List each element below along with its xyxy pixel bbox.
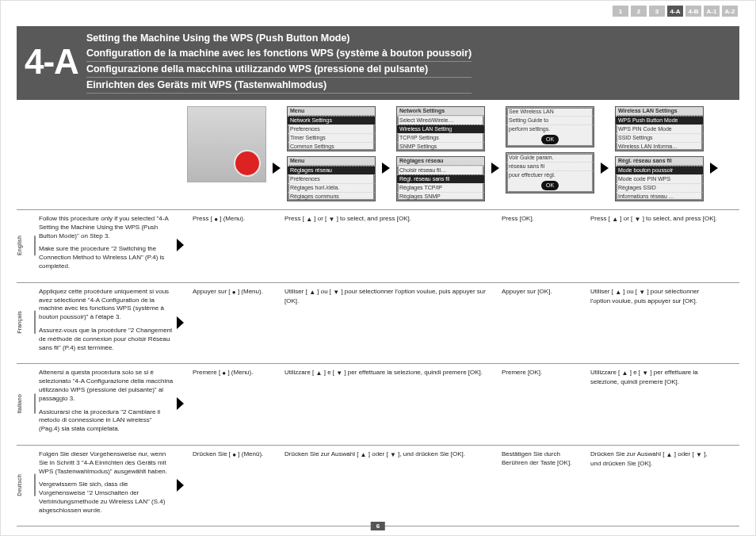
down-arrow-icon: ▼ <box>336 369 342 378</box>
col-press-ok: Appuyer sur [OK]. <box>502 288 587 297</box>
col-select-updown-2: Utiliser [ ▲ ] ou [ ▼ ] pour sélectionne… <box>590 288 717 306</box>
lcd-guide-fr: Voir Guide param. réseau sans fil pour e… <box>506 152 594 193</box>
page-nav-item[interactable]: 1 <box>613 6 628 17</box>
col-select-updown: Utilizzare [ ▲ ] e [ ▼ ] per effettuare … <box>284 369 498 378</box>
lcd-row: Régl. réseau sans fil <box>397 174 484 183</box>
page-nav-item[interactable]: 2 <box>631 6 647 17</box>
col-select-updown: Drücken Sie zur Auswahl [ ▲ ] oder [ ▼ ]… <box>284 450 498 460</box>
lang-tab: Italiano <box>17 394 36 414</box>
lcd-net-fr: Réglages réseau Choisir réseau fil… Régl… <box>396 156 485 201</box>
device-illustration <box>187 106 266 182</box>
lcd-row: réseau sans fil <box>506 162 594 170</box>
lcd-row: perform settings. <box>506 124 594 133</box>
col-press-menu: Drücken Sie [ ● ] (Menü). <box>193 450 281 460</box>
up-arrow-icon: ▲ <box>612 216 618 224</box>
lcd-row: Choisir réseau fil… <box>397 166 484 174</box>
col-press-ok: Bestätigen Sie durch Berühren der Taste … <box>502 450 587 468</box>
title-it: Configurazione della macchina utilizzand… <box>86 62 472 78</box>
lcd-row: Preferences <box>288 124 375 133</box>
page-nav: 1 2 3 4-A 4-B A-1 A-2 <box>613 6 738 17</box>
lcd-caption: Menu <box>288 157 375 166</box>
col-precondition: Attenersi a questa procedura solo se si … <box>39 369 174 438</box>
lcd-row: SSID Settings <box>616 133 703 142</box>
lcd-caption: Network Settings <box>397 107 484 116</box>
col-press-menu: Appuyer sur [ ● ] (Menu). <box>193 288 281 297</box>
up-arrow-icon: ▲ <box>309 289 315 297</box>
lcd-caption: Menu <box>288 107 375 116</box>
row-francais: Français Appliquez cette procédure uniqu… <box>17 283 739 365</box>
lcd-row: Voir Guide param. <box>506 153 594 162</box>
page-nav-item[interactable]: A-1 <box>704 6 720 17</box>
lcd-row: See Wireless LAN <box>506 107 594 116</box>
lcd-row: Réglages réseau <box>288 166 375 174</box>
col-press-ok: Press [OK]. <box>502 215 587 224</box>
lcd-row: Réglages SSID <box>616 183 703 192</box>
down-arrow-icon: ▼ <box>642 369 648 378</box>
up-arrow-icon: ▲ <box>666 451 673 460</box>
arrow-icon <box>601 163 609 174</box>
down-arrow-icon: ▼ <box>696 451 702 460</box>
col-precondition: Follow this procedure only if you select… <box>39 215 174 276</box>
lcd-caption: Réglages réseau <box>397 157 484 166</box>
page-nav-item[interactable]: 4-B <box>685 6 701 17</box>
section-title-bar: 4-A Setting the Machine Using the WPS (P… <box>17 26 739 100</box>
lcd-row: Wireless LAN Informa… <box>616 142 703 151</box>
lcd-row: Réglages TCP/IP <box>397 183 484 192</box>
lang-tab: English <box>17 235 36 255</box>
lang-tab: Deutsch <box>17 474 36 496</box>
arrow-icon <box>382 163 390 174</box>
up-arrow-icon: ▲ <box>306 216 312 224</box>
lcd-row: Select Wired/Wirele… <box>397 116 484 124</box>
ok-button-icon: OK <box>541 181 559 190</box>
arrow-icon <box>491 163 499 174</box>
row-english: English Follow this procedure only if yo… <box>17 210 739 283</box>
lcd-row: Network Settings <box>288 116 375 124</box>
lcd-menu-fr: Menu Réglages réseau Préférences Réglage… <box>287 156 376 201</box>
lcd-row: Common Settings <box>288 142 375 151</box>
lcd-guide-en: See Wireless LAN Setting Guide to perfor… <box>506 106 594 147</box>
col-select-updown-2: Utilizzare [ ▲ ] e [ ▼ ] per effettuare … <box>590 369 717 387</box>
lcd-menu-en: Menu Network Settings Preferences Timer … <box>287 106 376 151</box>
page-nav-item-active[interactable]: 4-A <box>667 6 683 17</box>
arrow-icon <box>177 239 184 251</box>
lcd-row: Mode code PIN WPS <box>616 174 703 183</box>
lcd-wlan-en: Wireless LAN Settings WPS Push Button Mo… <box>615 106 704 151</box>
col-select-updown: Utiliser [ ▲ ] ou [ ▼ ] pour sélectionne… <box>284 288 498 306</box>
lcd-row: Réglages communs <box>288 192 375 201</box>
down-arrow-icon: ▼ <box>333 289 339 297</box>
lcd-row: Réglages horl./déla. <box>288 183 375 192</box>
lcd-row: Timer Settings <box>288 133 375 142</box>
lcd-row: Préférences <box>288 174 375 183</box>
ok-button-icon: OK <box>541 135 559 144</box>
manual-page: 1 2 3 4-A 4-B A-1 A-2 4-A Setting the Ma… <box>0 0 756 536</box>
lcd-row: Mode bouton poussoir <box>616 166 703 174</box>
lcd-row: Wireless LAN Setting <box>397 124 484 133</box>
up-arrow-icon: ▲ <box>615 289 621 297</box>
lcd-net-en: Network Settings Select Wired/Wirele… Wi… <box>396 106 485 151</box>
lcd-row: WPS PIN Code Mode <box>616 124 703 133</box>
lcd-wlan-fr: Régl. réseau sans fil Mode bouton pousso… <box>615 156 704 201</box>
arrow-icon <box>177 397 184 410</box>
page-nav-item[interactable]: A-2 <box>722 6 738 17</box>
down-arrow-icon: ▼ <box>390 451 396 460</box>
lcd-row: WPS Push Button Mode <box>616 116 703 124</box>
lcd-row: SNMP Settings <box>397 142 484 151</box>
arrow-icon <box>177 316 184 329</box>
lcd-row: TCP/IP Settings <box>397 133 484 142</box>
col-select-updown: Press [ ▲ ] or [ ▼ ] to select, and pres… <box>284 215 498 224</box>
col-select-updown-2: Drücken Sie zur Auswahl [ ▲ ] oder [ ▼ ]… <box>590 450 717 469</box>
down-arrow-icon: ▼ <box>639 289 645 297</box>
section-label: 4-A <box>25 44 78 79</box>
screens-row: Menu Network Settings Preferences Timer … <box>17 106 739 201</box>
col-press-ok: Premere [OK]. <box>502 369 587 377</box>
instruction-grid: English Follow this procedure only if yo… <box>17 209 739 527</box>
arrow-icon <box>710 163 718 174</box>
lcd-caption: Wireless LAN Settings <box>616 107 703 116</box>
lcd-row: pour effectuer régl. <box>506 170 594 179</box>
lcd-row: Réglages SNMP <box>397 192 484 201</box>
lcd-row: Setting Guide to <box>506 116 594 124</box>
row-deutsch: Deutsch Folgen Sie dieser Vorgehensweise… <box>17 446 739 527</box>
page-nav-item[interactable]: 3 <box>649 6 665 17</box>
lang-tab: Français <box>17 311 36 334</box>
row-italiano: Italiano Attenersi a questa procedura so… <box>17 364 739 446</box>
